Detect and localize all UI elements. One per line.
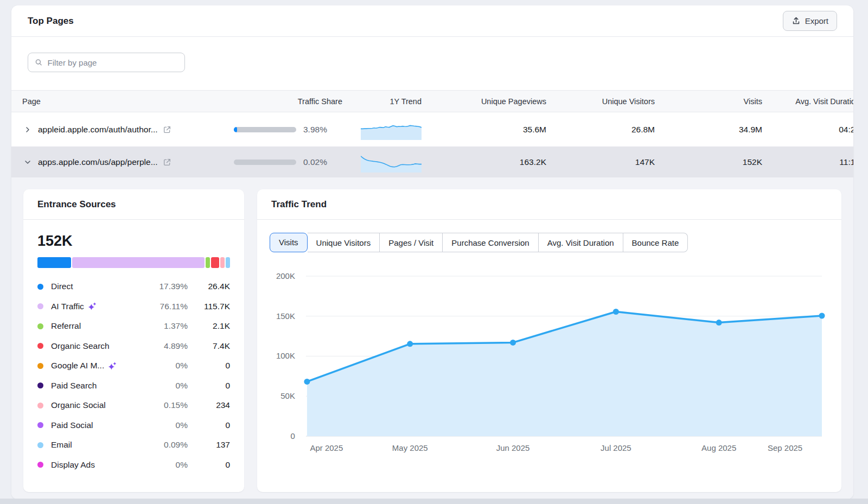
visits-cell: 152K bbox=[655, 157, 762, 167]
table-header-row: PageTraffic Share1Y TrendUnique Pageview… bbox=[11, 90, 853, 112]
filter-input[interactable] bbox=[48, 58, 178, 67]
trend-cell bbox=[342, 152, 429, 173]
source-segment bbox=[72, 257, 205, 268]
source-percent: 76.11% bbox=[142, 302, 188, 311]
page-title: Top Pages bbox=[28, 16, 74, 27]
source-percent: 0% bbox=[142, 460, 188, 470]
source-color-dot bbox=[37, 303, 43, 309]
source-label: Google AI M... bbox=[51, 361, 142, 371]
source-list-item: Display Ads0%0 bbox=[37, 455, 230, 475]
traffic-share-bar bbox=[234, 127, 296, 132]
ai-sparkle-icon bbox=[88, 302, 97, 311]
pages-table: PageTraffic Share1Y TrendUnique Pageview… bbox=[11, 90, 853, 177]
ai-sparkle-icon bbox=[108, 361, 117, 371]
tab-bounce-rate[interactable]: Bounce Rate bbox=[623, 233, 688, 252]
filter-row bbox=[11, 37, 853, 90]
source-color-dot bbox=[37, 422, 43, 428]
source-value: 0 bbox=[188, 460, 230, 470]
column-header: Unique Visitors bbox=[546, 97, 655, 106]
tab-purchase-conversion[interactable]: Purchase Conversion bbox=[443, 233, 538, 252]
svg-text:Apr 2025: Apr 2025 bbox=[310, 443, 343, 452]
traffic-share-bar bbox=[234, 160, 296, 165]
source-segment bbox=[211, 257, 219, 268]
entrance-total: 152K bbox=[37, 233, 230, 250]
source-color-dot bbox=[37, 284, 43, 290]
source-percent: 4.89% bbox=[142, 341, 188, 351]
external-link-icon[interactable] bbox=[163, 125, 171, 134]
svg-text:Jun 2025: Jun 2025 bbox=[496, 443, 530, 452]
svg-text:Jul 2025: Jul 2025 bbox=[601, 443, 631, 452]
source-value: 234 bbox=[188, 400, 230, 410]
traffic-share-value: 3.98% bbox=[303, 125, 327, 135]
traffic-trend-card: Traffic Trend VisitsUnique VisitorsPages… bbox=[257, 189, 841, 492]
source-list-item: Referral1.37%2.1K bbox=[37, 316, 230, 336]
unique-pageviews-cell: 35.6M bbox=[429, 125, 546, 135]
table-rows: appleid.apple.com/auth/author...3.98%35.… bbox=[11, 112, 853, 177]
source-percent: 0.15% bbox=[142, 400, 188, 410]
external-link-icon[interactable] bbox=[163, 158, 171, 167]
entrance-sources-card: Entrance Sources 152K Direct17.39%26.4KA… bbox=[23, 189, 244, 492]
source-percent: 0% bbox=[142, 420, 188, 430]
expanded-row-panel: Entrance Sources 152K Direct17.39%26.4KA… bbox=[11, 177, 853, 499]
export-icon bbox=[792, 16, 801, 25]
tab-avg-visit-duration[interactable]: Avg. Visit Duration bbox=[539, 233, 623, 252]
svg-text:200K: 200K bbox=[276, 271, 295, 280]
column-header: Page bbox=[11, 97, 228, 106]
source-list-item: Email0.09%137 bbox=[37, 435, 230, 455]
chevron-down-icon[interactable] bbox=[22, 157, 33, 168]
svg-text:May 2025: May 2025 bbox=[392, 443, 428, 452]
svg-text:0: 0 bbox=[291, 431, 295, 441]
source-percent: 0% bbox=[142, 361, 188, 371]
avg-visit-duration-cell: 11:13 bbox=[762, 157, 853, 167]
source-segment bbox=[220, 257, 225, 268]
page-bottom-edge bbox=[0, 499, 868, 504]
data-point bbox=[613, 309, 619, 315]
chevron-right-icon[interactable] bbox=[22, 124, 33, 135]
source-color-dot bbox=[37, 382, 43, 388]
source-value: 137 bbox=[188, 440, 230, 450]
table-row[interactable]: apps.apple.com/us/app/perple...0.02%163.… bbox=[11, 146, 853, 177]
export-button[interactable]: Export bbox=[783, 11, 837, 31]
top-pages-card: Top Pages Export PageTraffic Share1Y Tre… bbox=[11, 5, 853, 499]
filter-box bbox=[28, 53, 185, 72]
data-point bbox=[819, 313, 825, 319]
svg-text:Sep 2025: Sep 2025 bbox=[768, 443, 802, 452]
source-percent: 17.39% bbox=[142, 282, 188, 291]
source-segment bbox=[206, 257, 210, 268]
source-color-dot bbox=[37, 462, 43, 468]
tab-visits[interactable]: Visits bbox=[270, 233, 308, 252]
source-label: Referral bbox=[51, 321, 142, 331]
tab-pages-visit[interactable]: Pages / Visit bbox=[380, 233, 443, 252]
source-segment bbox=[226, 257, 230, 268]
source-label: Direct bbox=[51, 282, 142, 291]
column-header: Unique Pageviews bbox=[429, 97, 546, 106]
source-value: 7.4K bbox=[188, 341, 230, 351]
source-color-dot bbox=[37, 403, 43, 409]
trend-sparkline bbox=[361, 119, 422, 140]
tab-unique-visitors[interactable]: Unique Visitors bbox=[308, 233, 380, 252]
source-list-item: Paid Social0%0 bbox=[37, 416, 230, 436]
source-value: 0 bbox=[188, 420, 230, 430]
source-value: 0 bbox=[188, 381, 230, 391]
source-color-dot bbox=[37, 363, 43, 369]
source-label: Organic Search bbox=[51, 341, 142, 351]
unique-visitors-cell: 26.8M bbox=[546, 125, 655, 135]
source-value: 115.7K bbox=[188, 302, 230, 311]
svg-text:150K: 150K bbox=[276, 311, 295, 321]
svg-text:100K: 100K bbox=[276, 351, 295, 360]
source-value: 0 bbox=[188, 361, 230, 371]
page-url[interactable]: appleid.apple.com/auth/author... bbox=[38, 125, 158, 135]
page-cell: appleid.apple.com/auth/author... bbox=[11, 124, 228, 135]
source-list-item: AI Traffic76.11%115.7K bbox=[37, 297, 230, 317]
source-list-item: Direct17.39%26.4K bbox=[37, 277, 230, 297]
page-cell: apps.apple.com/us/app/perple... bbox=[11, 157, 228, 168]
column-header: Traffic Share bbox=[228, 97, 342, 106]
source-list-item: Google AI M...0%0 bbox=[37, 356, 230, 376]
table-row[interactable]: appleid.apple.com/auth/author...3.98%35.… bbox=[11, 112, 853, 146]
search-icon bbox=[35, 58, 43, 67]
source-color-dot bbox=[37, 323, 43, 329]
page-url[interactable]: apps.apple.com/us/app/perple... bbox=[38, 157, 158, 167]
source-label: Email bbox=[51, 440, 142, 450]
trend-sparkline bbox=[361, 152, 422, 173]
data-point bbox=[510, 340, 516, 346]
